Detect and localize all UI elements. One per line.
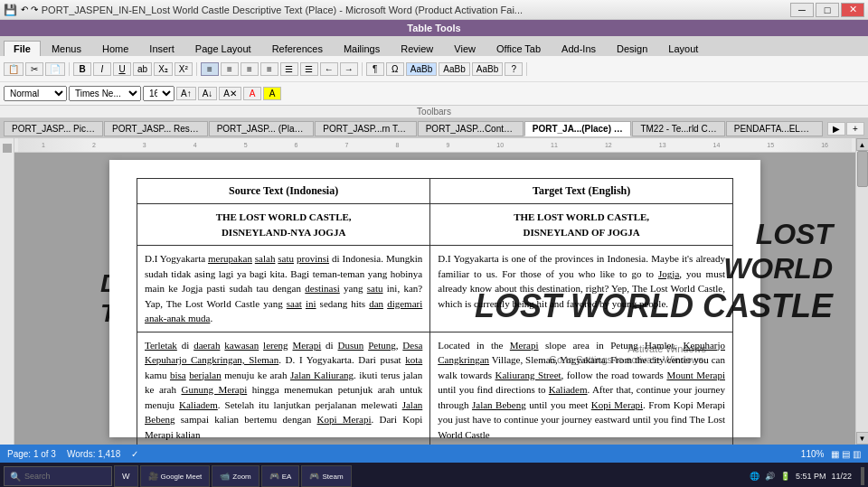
close-button[interactable]: ✕ — [841, 3, 864, 17]
font-shrink-button[interactable]: A↓ — [198, 87, 218, 100]
search-box[interactable]: 🔍 — [4, 466, 112, 486]
zoom-icon: 📹 — [220, 472, 230, 481]
align-left-button[interactable]: ≡ — [221, 62, 239, 76]
tab-add[interactable]: + — [846, 122, 864, 136]
tab-close-icon[interactable]: ✕ — [628, 125, 632, 134]
taskbar-date: 11/22 — [831, 472, 852, 481]
maximize-button[interactable]: □ — [816, 3, 839, 17]
doc-tab-place1[interactable]: PORT_JASP... (Place) ★ — [209, 121, 315, 136]
doc-tab-place-active[interactable]: PORT_JA...(Place) ★ ✕ — [524, 121, 632, 136]
underline-provinsi: provinsi — [297, 253, 329, 264]
taskbar-ea[interactable]: 🎮 EA — [261, 465, 300, 487]
align-justify-button[interactable]: ≡ — [201, 62, 219, 76]
tab-layout[interactable]: Layout — [658, 41, 708, 56]
cut-button[interactable]: ✂ — [25, 62, 43, 76]
strikethrough-button[interactable]: ab — [133, 62, 152, 76]
align-center-button[interactable]: ≡ — [241, 62, 259, 76]
copy-button[interactable]: 📄 — [45, 62, 65, 76]
bullets-button[interactable]: ☰ — [280, 62, 298, 76]
indent-decrease-button[interactable]: ← — [320, 62, 338, 76]
search-input[interactable] — [24, 472, 97, 481]
style2-button[interactable]: AaBb — [439, 62, 469, 76]
tab-menus[interactable]: Menus — [42, 41, 91, 56]
document-tabs: PORT_JASP... Pictures PORT_JASP... Resor… — [0, 118, 868, 138]
underline-berjalan: berjalan — [189, 370, 221, 380]
tab-page-layout[interactable]: Page Layout — [185, 41, 261, 56]
underline-button[interactable]: U — [113, 62, 131, 76]
tab-file[interactable]: File — [4, 41, 41, 56]
style1-button[interactable]: AaBb — [406, 62, 437, 76]
source-para1: D.I Yogyakarta merupakan salah satu prov… — [137, 246, 430, 332]
clear-format-button[interactable]: A✕ — [219, 87, 241, 100]
title-bar: 💾 ↶ ↷ PORT_JASPEN_IN-EN_Lost World Castl… — [0, 0, 868, 20]
tab-insert[interactable]: Insert — [139, 41, 184, 56]
bold-button[interactable]: B — [73, 62, 91, 76]
quick-save[interactable]: ↶ ↷ — [21, 5, 38, 14]
taskbar-steam[interactable]: 🎮 Steam — [301, 465, 351, 487]
tab-scroll-right[interactable]: ▶ — [827, 122, 845, 136]
tab-home[interactable]: Home — [92, 41, 138, 56]
scroll-down-arrow[interactable]: ▼ — [856, 432, 869, 445]
paste-button[interactable]: 📋 — [4, 62, 24, 76]
help-button[interactable]: ? — [505, 62, 523, 76]
minimize-button[interactable]: ─ — [790, 3, 814, 17]
underline-terletak: Terletak — [145, 340, 177, 351]
highlight-button[interactable]: A — [263, 87, 281, 100]
taskbar-google-meet[interactable]: 🎥 Google Meet — [140, 465, 211, 487]
show-hide-button[interactable]: ¶ — [366, 62, 384, 76]
font-select[interactable]: Times Ne... — [69, 86, 141, 101]
underline-merapi-en: Merapi — [510, 340, 539, 351]
tab-office-tab[interactable]: Office Tab — [486, 41, 551, 56]
word-count: Words: 1,418 — [67, 449, 120, 459]
left-margin — [0, 138, 14, 445]
table-tools-bar: Table Tools — [0, 20, 868, 36]
show-desktop-button[interactable] — [861, 467, 864, 485]
doc-tab-text[interactable]: PORT_JASP...rn Text ★ — [315, 121, 416, 136]
taskbar-meet-label: Google Meet — [161, 473, 203, 481]
scroll-track[interactable] — [856, 151, 868, 432]
indent-increase-button[interactable]: → — [340, 62, 358, 76]
numbering-button[interactable]: ☰ — [300, 62, 318, 76]
spelling-check-icon[interactable]: ✓ — [131, 449, 138, 459]
watermark-world: WORLD — [475, 251, 833, 286]
style-select[interactable]: Normal — [4, 86, 67, 101]
page-wrapper: DESCRIPTIVE TEXT Source Text (Indonesia)… — [109, 160, 760, 437]
doc-tab-tm22[interactable]: TM22 - Te...rld Castle — [632, 121, 724, 136]
font-size-select[interactable]: 16 — [143, 86, 175, 101]
meet-icon: 🎥 — [148, 472, 158, 481]
tab-review[interactable]: Review — [391, 41, 443, 56]
activate-goto: Go to Settings to activate Windows. — [549, 354, 706, 365]
style3-button[interactable]: AaBb — [472, 62, 503, 76]
italic-button[interactable]: I — [93, 62, 111, 76]
source-title-cell: THE LOST WORLD CASTLE,DISNEYLAND-NYA JOG… — [137, 204, 430, 246]
scroll-thumb[interactable] — [857, 151, 868, 187]
taskbar-zoom-label: Zoom — [232, 473, 250, 481]
doc-tab-pendafta[interactable]: PENDAFTA...ELANCE — [726, 121, 823, 136]
taskbar-zoom[interactable]: 📹 Zoom — [212, 465, 259, 487]
subscript-button[interactable]: X₂ — [154, 62, 173, 76]
watermark-castle: LOST WORLD CASTLE — [475, 286, 833, 325]
tab-add-ins[interactable]: Add-Ins — [552, 41, 606, 56]
font-grow-button[interactable]: A↑ — [176, 87, 196, 100]
scroll-up-arrow[interactable]: ▲ — [856, 138, 869, 151]
doc-tab-content[interactable]: PORT_JASP...Content ★ — [418, 121, 524, 136]
superscript-button[interactable]: X² — [175, 62, 193, 76]
document-area: 123 456 789 101112 131415 16 DESCRIPTIVE… — [14, 138, 855, 445]
tab-design[interactable]: Design — [607, 41, 657, 56]
underline-daerah: daerah — [193, 340, 220, 351]
underline-digemari: digemari — [387, 298, 422, 309]
tab-mailings[interactable]: Mailings — [334, 41, 390, 56]
taskbar-word[interactable]: W — [114, 465, 138, 487]
watermark-right: LOST WORLD LOST WORLD CASTLE — [475, 217, 833, 325]
special-char-button[interactable]: Ω — [386, 62, 404, 76]
doc-tab-pictures[interactable]: PORT_JASP... Pictures — [4, 121, 103, 136]
underline-kopi-merapi: Kopi Merapi — [591, 399, 643, 410]
align-right-button[interactable]: ≡ — [260, 62, 278, 76]
right-scrollbar[interactable]: ▲ ▼ — [855, 138, 868, 445]
ribbon: File Menus Home Insert Page Layout Refer… — [0, 36, 868, 106]
tab-references[interactable]: References — [262, 41, 333, 56]
volume-icon[interactable]: 🔊 — [765, 472, 775, 481]
color-button[interactable]: A — [243, 87, 261, 100]
tab-view[interactable]: View — [444, 41, 486, 56]
doc-tab-resort[interactable]: PORT_JASP... Resort ★ — [104, 121, 208, 136]
